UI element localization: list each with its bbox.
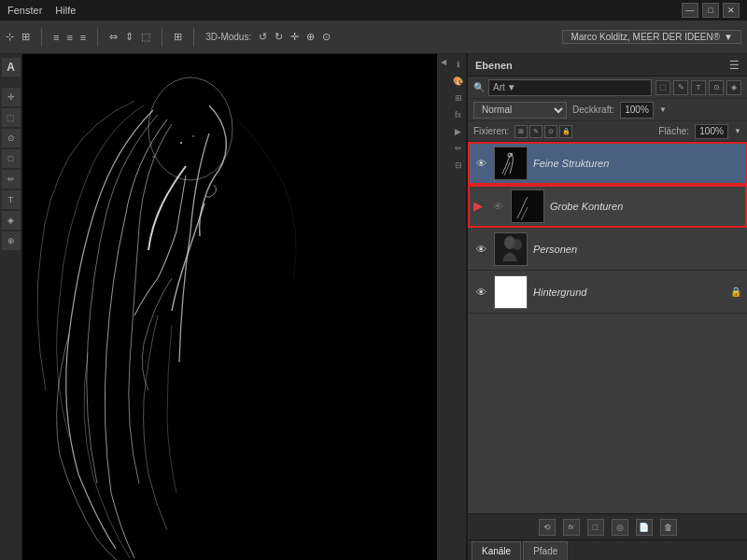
arrow-icon[interactable]: ▶ [452, 125, 465, 138]
svg-rect-11 [495, 276, 528, 309]
grid2-icon[interactable]: ⊞ [452, 91, 465, 105]
layer-arrow-icon: ▶ [473, 200, 485, 213]
filter-icons: ⬚ ✎ T ⊙ ◈ [655, 80, 741, 95]
filter-icon-5[interactable]: ◈ [726, 80, 741, 95]
layer-item-personen[interactable]: 👁 Personen [468, 228, 747, 271]
align-icon2[interactable]: ≡ [53, 32, 59, 43]
layer-visibility-personen[interactable]: 👁 [473, 242, 488, 257]
align-icon3[interactable]: ≡ [66, 32, 72, 43]
move-tool-icon[interactable]: ⊹ [6, 31, 14, 43]
panel-collapse-btn[interactable]: ◀ [437, 54, 450, 560]
layer-visibility-feine[interactable]: 👁 [473, 156, 488, 171]
3d-icon4[interactable]: ⊕ [306, 31, 315, 43]
sep1 [41, 28, 42, 47]
layer-name-hintergrund: Hintergrund [533, 287, 725, 298]
layer-item-hintergrund[interactable]: 👁 Hintergrund 🔒 [468, 271, 747, 314]
filter-icon-1[interactable]: ⬚ [655, 80, 670, 95]
close-button[interactable]: ✕ [723, 3, 740, 18]
opacity-input[interactable] [620, 102, 654, 119]
align-left-icon[interactable]: ⊞ [21, 31, 30, 43]
arrange-icon[interactable]: ⬚ [141, 31, 150, 43]
layers-header: Ebenen ☰ [468, 54, 747, 77]
distribute-icon[interactable]: ⇕ [125, 31, 134, 43]
search-input[interactable]: Art ▼ [488, 79, 652, 96]
opacity-label: Deckkraft: [572, 105, 614, 115]
filter-icon-3[interactable]: T [691, 80, 706, 95]
fx-styles-icon[interactable]: fx [563, 519, 580, 536]
account-dropdown-icon: ▼ [724, 32, 733, 42]
flache-input[interactable] [695, 124, 728, 139]
select-tool[interactable]: ⬚ [2, 108, 21, 127]
menu-hilfe[interactable]: Hilfe [55, 5, 76, 16]
layer-thumbnail-personen [494, 232, 528, 266]
grid-icon[interactable]: ⊞ [174, 31, 182, 43]
opacity-arrow[interactable]: ▼ [659, 105, 667, 114]
3d-mode-label: 3D-Modus: [205, 32, 251, 42]
brush-icon[interactable]: ✏ [452, 142, 465, 155]
shape-tool[interactable]: □ [2, 149, 21, 168]
layer-thumbnail-grobe [511, 189, 544, 223]
3d-icon5[interactable]: ⊙ [322, 31, 331, 43]
layer-name-grobe: Grobe Konturen [550, 201, 741, 212]
panel-menu-icon[interactable]: ☰ [729, 59, 740, 72]
tab-kanale[interactable]: Kanäle [472, 541, 521, 560]
lock-draw-icon[interactable]: ✎ [529, 125, 543, 138]
fixieren-label: Fixieren: [473, 126, 509, 136]
lock-all-icon[interactable]: 🔒 [559, 125, 572, 138]
lock-pos-icon[interactable]: ⊞ [514, 125, 528, 138]
sep4 [193, 28, 194, 47]
filter-icon-4[interactable]: ⊙ [709, 80, 724, 95]
3d-icon1[interactable]: ↺ [259, 31, 267, 43]
filter-icon-2[interactable]: ✎ [673, 80, 688, 95]
tab-pfade[interactable]: Pfade [523, 541, 568, 560]
layer-item-grobe[interactable]: ▶ 👁 Grobe Konturen [468, 185, 747, 228]
3d-icon2[interactable]: ↻ [275, 31, 283, 43]
eyedrop-tool[interactable]: ◈ [2, 211, 21, 230]
color-icon[interactable]: 🎨 [452, 75, 465, 88]
search-dropdown-icon[interactable]: ▼ [507, 82, 516, 92]
svg-point-10 [513, 239, 522, 250]
delete-layer-icon[interactable]: 🗑 [660, 519, 677, 536]
window-controls[interactable]: — □ ✕ [682, 3, 740, 18]
new-layer-icon[interactable]: 📄 [636, 519, 653, 536]
svg-point-4 [152, 156, 153, 157]
text-tool-icon[interactable]: A [2, 58, 21, 77]
align2-icon[interactable]: ⊟ [452, 159, 465, 172]
new-group-icon[interactable]: ◎ [612, 519, 628, 536]
transform-icon[interactable]: ⇔ [109, 31, 118, 43]
layer-name-feine: Feine Strukturen [533, 158, 741, 169]
layer-name-personen: Personen [533, 244, 741, 255]
fx-icon[interactable]: fx [452, 108, 465, 121]
lock-icons: ⊞ ✎ ⊙ 🔒 [514, 125, 572, 138]
info-icon[interactable]: ℹ [452, 58, 465, 71]
sep3 [162, 28, 162, 47]
menu-fenster[interactable]: Fenster [7, 5, 42, 16]
canvas-image [22, 54, 437, 560]
flache-arrow[interactable]: ▼ [734, 127, 741, 135]
layers-list: 👁 Feine Strukturen ▶ 👁 [468, 142, 747, 513]
menu-bar[interactable]: Fenster Hilfe [7, 5, 76, 16]
type-tool[interactable]: T [2, 190, 21, 209]
move-tool[interactable]: ✛ [2, 88, 21, 106]
blend-mode-select[interactable]: Normal [473, 102, 567, 119]
zoom-tool[interactable]: ⊕ [2, 231, 21, 250]
svg-rect-7 [512, 190, 544, 223]
account-selector[interactable]: Marco Kolditz, MEER DER IDEEN® ▼ [562, 30, 741, 44]
fill-row: Fixieren: ⊞ ✎ ⊙ 🔒 Fläche: ▼ [468, 121, 747, 142]
layer-visibility-grobe[interactable]: 👁 [490, 199, 505, 214]
layers-header-icons[interactable]: ☰ [729, 59, 740, 72]
pen-tool[interactable]: ✏ [2, 170, 21, 189]
align-icon4[interactable]: ≡ [80, 32, 86, 43]
svg-rect-5 [495, 147, 528, 180]
lock-art-icon[interactable]: ⊙ [544, 125, 557, 138]
maximize-button[interactable]: □ [702, 3, 719, 18]
layer-visibility-hintergrund[interactable]: 👁 [473, 285, 488, 300]
layer-item-feine[interactable]: 👁 Feine Strukturen [468, 142, 747, 185]
3d-icon3[interactable]: ✛ [290, 31, 299, 43]
new-fill-icon[interactable]: □ [587, 519, 604, 536]
mid-side-panel: ℹ 🎨 ⊞ fx ▶ ✏ ⊟ [450, 54, 467, 560]
search-icon[interactable]: 🔍 [473, 82, 485, 92]
minimize-button[interactable]: — [682, 3, 698, 18]
link-layers-icon[interactable]: ⟲ [539, 519, 556, 536]
paint-tool[interactable]: ⊙ [2, 129, 21, 147]
